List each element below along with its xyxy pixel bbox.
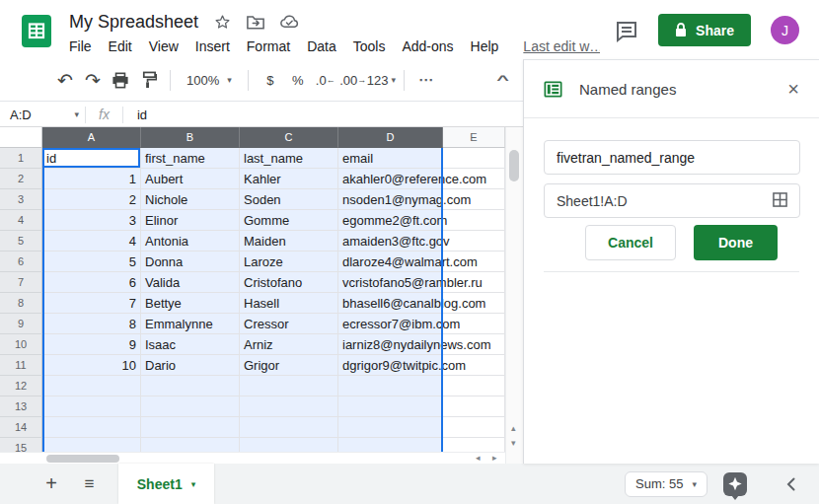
cell[interactable]: Soden (240, 189, 338, 210)
row-header-9[interactable]: 9 (0, 314, 42, 334)
menu-item-format[interactable]: Format (247, 38, 290, 54)
cell[interactable]: Arniz (240, 334, 338, 355)
tab-sheet1[interactable]: Sheet1 ▾ (118, 464, 214, 504)
more-formats-button[interactable]: 123 ▾ (367, 66, 396, 94)
cell[interactable]: 10 (42, 355, 141, 376)
cell[interactable]: Bettye (141, 293, 240, 314)
cell[interactable]: Cristofano (240, 272, 338, 293)
cell[interactable]: iarniz8@nydailynews.com (338, 334, 443, 355)
more-toolbar-button[interactable]: ⋯ (412, 66, 440, 94)
formula-input[interactable]: id (123, 108, 523, 122)
cell[interactable] (338, 438, 443, 452)
row-header-3[interactable]: 3 (0, 189, 42, 210)
cell[interactable] (443, 231, 505, 252)
cell[interactable]: Antonia (141, 231, 240, 252)
cell[interactable]: bhasell6@canalblog.com (338, 293, 443, 314)
cell[interactable]: 3 (42, 210, 141, 231)
move-folder-icon[interactable] (247, 15, 264, 30)
row-header-5[interactable]: 5 (0, 231, 42, 252)
row-header-1[interactable]: 1 (0, 148, 42, 169)
share-button[interactable]: Share (658, 14, 751, 46)
sheets-logo-icon[interactable] (22, 15, 51, 47)
cell[interactable] (338, 376, 443, 396)
cell[interactable] (42, 438, 141, 452)
scroll-up-icon[interactable]: ▴ (511, 424, 516, 433)
cell[interactable]: Isaac (141, 334, 240, 355)
avatar[interactable]: J (771, 16, 799, 44)
cell[interactable]: 7 (42, 293, 141, 314)
cell[interactable] (240, 417, 338, 438)
cell[interactable]: id (42, 148, 141, 169)
cell[interactable]: egomme2@ft.com (338, 210, 443, 231)
row-header-7[interactable]: 7 (0, 272, 42, 293)
cell[interactable]: Kahler (240, 169, 338, 189)
cell[interactable]: 1 (42, 169, 141, 189)
cell[interactable]: Elinor (141, 210, 240, 231)
scroll-down-icon[interactable]: ▾ (511, 439, 516, 448)
column-header-b[interactable]: B (141, 127, 240, 148)
row-header-15[interactable]: 15 (0, 438, 42, 452)
cell[interactable]: vcristofano5@rambler.ru (338, 272, 443, 293)
cell[interactable] (141, 438, 240, 452)
redo-button[interactable]: ↷ (79, 66, 107, 94)
cell[interactable] (240, 376, 338, 396)
column-header-d[interactable]: D (338, 127, 443, 148)
cell[interactable] (443, 396, 505, 417)
undo-button[interactable]: ↶ (51, 66, 79, 94)
cell[interactable]: ecressor7@ibm.com (338, 314, 443, 334)
row-header-6[interactable]: 6 (0, 252, 42, 272)
cell[interactable]: Grigor (240, 355, 338, 376)
row-header-13[interactable]: 13 (0, 396, 42, 417)
cell[interactable]: nsoden1@nymag.com (338, 189, 443, 210)
explore-button[interactable] (723, 472, 747, 496)
cell[interactable] (443, 210, 505, 231)
all-sheets-icon[interactable]: ≡ (77, 474, 101, 494)
cell[interactable]: email (338, 148, 443, 169)
star-icon[interactable] (214, 14, 231, 31)
print-button[interactable] (107, 66, 134, 94)
increase-decimal-button[interactable]: .00→ (339, 66, 367, 94)
cell[interactable]: 8 (42, 314, 141, 334)
scroll-right-icon[interactable]: ▸ (492, 454, 497, 463)
cell[interactable]: akahler0@reference.com (338, 169, 443, 189)
cell[interactable]: Emmalynne (141, 314, 240, 334)
percent-format-button[interactable]: % (284, 66, 312, 94)
horizontal-scrollbar[interactable]: ◂ ▸ (0, 452, 505, 464)
vertical-scrollbar[interactable]: ▴ ▾ (505, 127, 523, 464)
last-edit-link[interactable]: Last edit w… (523, 38, 600, 54)
cell[interactable] (42, 396, 141, 417)
sum-dropdown[interactable]: Sum: 55 ▾ (625, 471, 707, 497)
row-header-2[interactable]: 2 (0, 169, 42, 189)
cell[interactable]: Donna (141, 252, 240, 272)
menu-item-data[interactable]: Data (307, 38, 336, 54)
cell[interactable] (141, 396, 240, 417)
range-name-input[interactable] (544, 140, 800, 175)
column-header-c[interactable]: C (240, 127, 338, 148)
cell[interactable]: Laroze (240, 252, 338, 272)
cell[interactable]: amaiden3@ftc.gov (338, 231, 443, 252)
cell[interactable] (338, 417, 443, 438)
vertical-scrollbar-thumb[interactable] (509, 150, 519, 181)
name-box[interactable]: A:D ▾ (0, 108, 85, 122)
scroll-left-icon[interactable]: ◂ (476, 454, 481, 463)
collapse-panel-chevron-icon[interactable] (786, 477, 795, 491)
row-header-8[interactable]: 8 (0, 293, 42, 314)
cell[interactable] (443, 438, 505, 452)
row-header-12[interactable]: 12 (0, 376, 42, 396)
menu-item-help[interactable]: Help (471, 38, 499, 54)
close-icon[interactable]: × (787, 79, 799, 99)
cell[interactable]: 4 (42, 231, 141, 252)
decrease-decimal-button[interactable]: .0← (312, 66, 339, 94)
range-reference-input[interactable] (544, 183, 800, 218)
paint-format-button[interactable] (134, 66, 162, 94)
cell[interactable] (42, 417, 141, 438)
cell[interactable]: dlaroze4@walmart.com (338, 252, 443, 272)
cell[interactable]: Hasell (240, 293, 338, 314)
currency-format-button[interactable]: $ (257, 66, 284, 94)
select-all-corner[interactable] (0, 127, 42, 148)
done-button[interactable]: Done (694, 225, 778, 260)
select-data-range-icon[interactable] (773, 192, 787, 207)
cell[interactable] (443, 376, 505, 396)
row-header-11[interactable]: 11 (0, 355, 42, 376)
row-header-10[interactable]: 10 (0, 334, 42, 355)
